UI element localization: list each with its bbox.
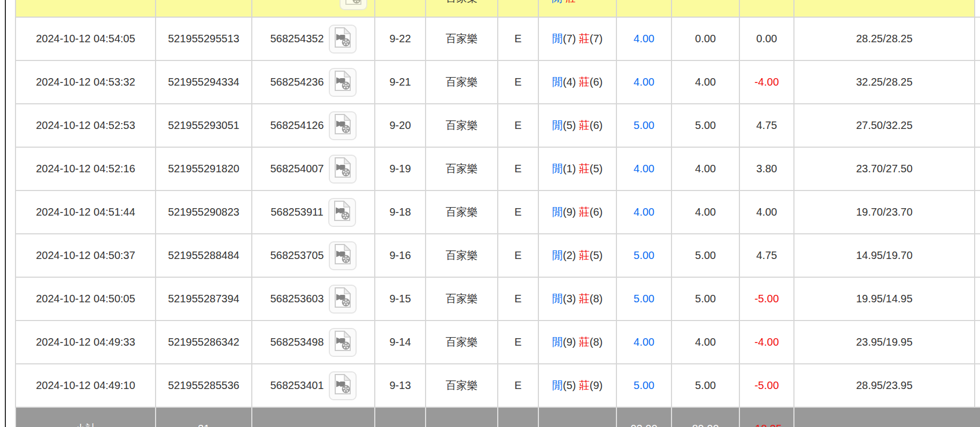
video-replay-button[interactable] xyxy=(329,25,357,54)
game-type-cell: 百家樂 xyxy=(426,104,498,147)
bet-amount-link[interactable]: 4.00 xyxy=(634,33,654,44)
video-file-icon xyxy=(334,114,352,137)
game-id-cell: 568254126 xyxy=(252,104,375,147)
result-cell: 閒 莊 xyxy=(538,0,616,17)
order-id-cell: 521955293051 xyxy=(156,104,252,147)
highlighted-row-partial: 百家樂 閒 莊 xyxy=(16,0,980,17)
player-result-score: (3) xyxy=(563,293,576,304)
video-replay-button[interactable] xyxy=(329,68,357,97)
valid-bet-cell: 5.00 xyxy=(672,277,739,321)
banker-result-label: 莊 xyxy=(579,206,590,218)
video-file-icon xyxy=(334,287,352,308)
game-type-cell: 百家樂 xyxy=(426,17,498,60)
player-result-label: 閒 xyxy=(552,379,563,391)
page-left-border xyxy=(5,0,6,427)
subtotal-table-code-cell xyxy=(498,407,538,427)
order-id-cell: 521955285536 xyxy=(156,364,252,407)
bet-amount-cell: 5.00 xyxy=(616,364,672,407)
result-cell: 閒(1) 莊(5) xyxy=(538,147,616,190)
video-replay-button[interactable] xyxy=(339,0,367,10)
game-id-cell: 568254007 xyxy=(252,147,375,190)
valid-bet-cell: 4.00 xyxy=(672,147,739,190)
balance-cell: 32.25/28.25 xyxy=(794,60,975,104)
balance-cell: 27.50/32.25 xyxy=(794,104,975,147)
bet-amount-link[interactable]: 5.00 xyxy=(634,249,654,261)
game-id-value: 568254352 xyxy=(270,33,323,45)
result-cell: 閒(5) 莊(6) xyxy=(538,104,616,147)
table-row: 2024-10-12 04:49:10 521955285536 5682534… xyxy=(16,364,980,407)
bet-amount-link[interactable]: 4.00 xyxy=(634,206,654,218)
video-file-icon xyxy=(334,287,352,310)
game-type-cell: 百家樂 xyxy=(426,364,498,407)
game-id-value: 568253705 xyxy=(270,249,323,262)
table-code-cell xyxy=(498,0,538,17)
subtotal-result-cell xyxy=(538,407,616,427)
bet-amount-link[interactable]: 5.00 xyxy=(634,293,654,304)
video-replay-button[interactable] xyxy=(329,155,357,184)
player-result-label: 閒 xyxy=(552,293,563,304)
time-cell: 2024-10-12 04:49:10 xyxy=(16,364,156,407)
table-row: 2024-10-12 04:49:33 521955286342 5682534… xyxy=(16,321,980,364)
bet-amount-link[interactable]: 4.00 xyxy=(634,76,654,88)
table-row: 2024-10-12 04:53:32 521955294334 5682542… xyxy=(16,60,980,104)
balance-cell: 23.70/27.50 xyxy=(794,147,975,190)
order-id-cell xyxy=(156,0,252,17)
game-id-cell: 568253603 xyxy=(252,277,375,321)
banker-result-label: 莊 xyxy=(566,0,576,4)
result-cell: 閒(4) 莊(6) xyxy=(538,60,616,104)
game-type-cell: 百家樂 xyxy=(426,60,498,104)
valid-bet-cell: 5.00 xyxy=(672,104,739,147)
balance-cell: 23.95/19.95 xyxy=(794,321,975,364)
video-replay-button[interactable] xyxy=(328,198,356,227)
order-id-cell: 521955286342 xyxy=(156,321,252,364)
video-replay-button[interactable] xyxy=(329,371,357,400)
player-result-score: (4) xyxy=(563,76,576,88)
game-id-value: 568254126 xyxy=(270,119,323,132)
spacer-cell xyxy=(975,321,980,364)
result-cell: 閒(9) 莊(8) xyxy=(538,321,616,364)
table-row: 2024-10-12 04:52:16 521955291820 5682540… xyxy=(16,147,980,190)
game-id-value: 568253498 xyxy=(270,336,323,348)
valid-bet-cell: 5.00 xyxy=(672,234,739,277)
spacer-cell xyxy=(975,234,980,277)
video-file-icon xyxy=(334,114,352,134)
player-result-score: (2) xyxy=(563,249,576,261)
player-result-label: 閒 xyxy=(552,76,563,88)
banker-result-label: 莊 xyxy=(579,33,590,44)
bet-history-table-wrap: 百家樂 閒 莊 2024-10-1 xyxy=(15,0,980,427)
bet-amount-link[interactable]: 5.00 xyxy=(634,379,654,391)
video-replay-button[interactable] xyxy=(329,285,357,314)
round-cell: 9-18 xyxy=(375,190,426,234)
subtotal-count-cell: 21 xyxy=(156,407,252,427)
banker-result-label: 莊 xyxy=(579,379,590,391)
table-code-cell: E xyxy=(498,277,538,321)
bet-amount-link[interactable]: 5.00 xyxy=(634,119,654,131)
table-row: 2024-10-12 04:50:05 521955287394 5682536… xyxy=(16,277,980,321)
banker-result-score: (9) xyxy=(590,379,603,391)
table-code-cell: E xyxy=(498,60,538,104)
table-code-cell: E xyxy=(498,364,538,407)
game-id-cell: 568253911 xyxy=(252,190,375,234)
win-loss-cell: 3.80 xyxy=(739,147,794,190)
video-file-icon xyxy=(334,27,352,50)
game-id-cell: 568254352 xyxy=(252,17,375,60)
banker-result-score: (6) xyxy=(590,76,603,88)
bet-amount-cell xyxy=(616,0,672,17)
video-file-icon xyxy=(334,71,352,91)
order-id-cell: 521955295513 xyxy=(156,17,252,60)
video-replay-button[interactable] xyxy=(329,328,357,357)
player-result-label: 閒 xyxy=(552,249,563,261)
video-file-icon xyxy=(334,157,352,178)
video-file-icon xyxy=(344,0,362,7)
video-replay-button[interactable] xyxy=(329,111,357,140)
video-replay-button[interactable] xyxy=(329,241,357,270)
result-cell: 閒(7) 莊(7) xyxy=(538,17,616,60)
bet-amount-cell: 4.00 xyxy=(616,190,672,234)
time-cell: 2024-10-12 04:53:32 xyxy=(16,60,156,104)
bet-amount-link[interactable]: 4.00 xyxy=(634,336,654,348)
order-id-cell: 521955291820 xyxy=(156,147,252,190)
game-id-cell: 568253401 xyxy=(252,364,375,407)
bet-amount-link[interactable]: 4.00 xyxy=(634,163,654,174)
win-loss-cell: -4.00 xyxy=(739,60,794,104)
bet-amount-cell: 5.00 xyxy=(616,104,672,147)
